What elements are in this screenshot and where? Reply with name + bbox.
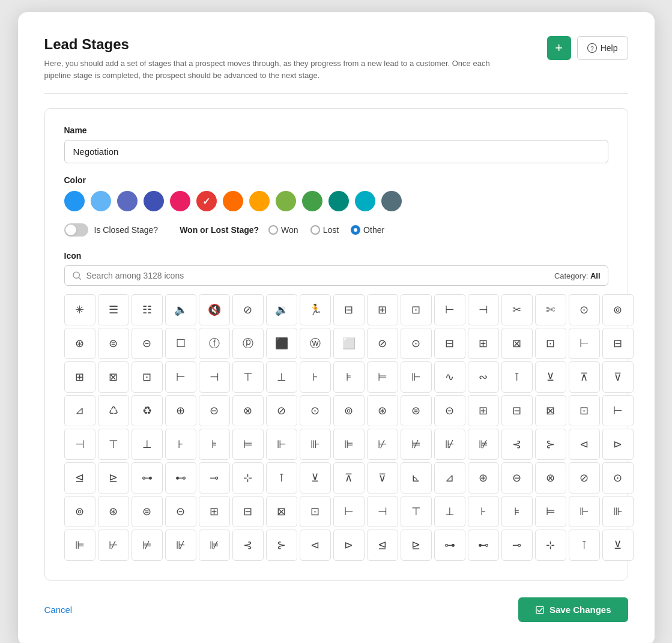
icon-cell[interactable]: ⊴ (64, 462, 95, 494)
icon-cell[interactable]: ⊻ (535, 361, 566, 393)
icon-cell[interactable]: ⊜ (401, 395, 432, 426)
icon-cell[interactable]: ⬜ (333, 328, 365, 359)
color-swatch-orange[interactable] (223, 191, 243, 211)
icon-cell[interactable]: ⊘ (569, 462, 600, 494)
icon-cell[interactable]: ⊼ (333, 462, 365, 494)
name-input[interactable] (64, 140, 608, 163)
icon-cell[interactable]: ⊛ (98, 496, 129, 527)
icon-cell[interactable]: ⊡ (132, 361, 163, 393)
icon-cell[interactable]: ⊚ (333, 395, 365, 426)
color-swatch-dark-indigo[interactable] (144, 191, 164, 211)
icon-cell[interactable]: ⊱ (266, 530, 297, 561)
help-button[interactable]: ? Help (577, 36, 628, 60)
icon-cell[interactable]: ⊩ (569, 496, 600, 527)
icon-cell[interactable]: ☐ (165, 328, 196, 359)
icon-cell[interactable]: ⊥ (434, 496, 465, 527)
icon-cell[interactable]: ⊕ (468, 462, 499, 494)
icon-cell[interactable]: ⊞ (468, 395, 499, 426)
icon-cell[interactable]: ⊖ (199, 395, 230, 426)
icon-cell[interactable]: ⊰ (501, 429, 533, 460)
icon-cell[interactable]: 🏃 (300, 294, 331, 325)
icon-cell[interactable]: ⊷ (468, 530, 499, 561)
icon-cell[interactable]: ⊺ (266, 462, 297, 494)
icon-cell[interactable]: ⊢ (165, 361, 196, 393)
radio-lost[interactable]: Lost (310, 225, 339, 235)
icon-cell[interactable]: ⊛ (64, 328, 95, 359)
icon-cell[interactable]: ⊴ (367, 530, 398, 561)
icon-cell[interactable]: ⊥ (266, 361, 297, 393)
icon-cell[interactable]: ⊞ (468, 328, 499, 359)
icon-cell[interactable]: ⊡ (300, 496, 331, 527)
icon-cell[interactable]: ⓦ (300, 328, 331, 359)
icon-cell[interactable]: ⊬ (98, 530, 129, 561)
color-swatch-teal[interactable] (328, 191, 349, 211)
icon-cell[interactable]: ⊱ (535, 429, 566, 460)
icon-cell[interactable]: ⊠ (98, 361, 129, 393)
icon-cell[interactable]: ✳ (64, 294, 95, 325)
icon-cell[interactable]: ⊡ (535, 328, 566, 359)
icon-cell[interactable]: ⊘ (367, 328, 398, 359)
color-swatch-blue[interactable] (64, 191, 85, 211)
icon-cell[interactable]: ⊘ (232, 294, 264, 325)
icon-cell[interactable]: ⊣ (64, 429, 95, 460)
radio-won[interactable]: Won (268, 225, 298, 235)
icon-cell[interactable]: ⊹ (535, 530, 566, 561)
icon-cell[interactable]: ⊲ (569, 429, 600, 460)
icon-cell[interactable]: ⊵ (98, 462, 129, 494)
icon-cell[interactable]: ⊙ (569, 294, 600, 325)
icon-cell[interactable]: ⊳ (333, 530, 365, 561)
color-swatch-pink[interactable] (170, 191, 190, 211)
icon-cell[interactable]: 🔈 (165, 294, 196, 325)
icon-cell[interactable]: ⊠ (535, 395, 566, 426)
icon-cell[interactable]: ⊞ (199, 496, 230, 527)
icon-cell[interactable]: ⊣ (367, 496, 398, 527)
icon-cell[interactable]: ⊞ (64, 361, 95, 393)
icon-cell[interactable]: ⊵ (401, 530, 432, 561)
icon-cell[interactable]: ⊜ (98, 328, 129, 359)
icon-cell[interactable]: ⊪ (300, 429, 331, 460)
icon-cell[interactable]: ✂ (501, 294, 533, 325)
icon-cell[interactable]: ⊬ (367, 429, 398, 460)
icon-cell[interactable]: ⊾ (401, 462, 432, 494)
icon-cell[interactable]: ⊳ (602, 429, 634, 460)
icon-cell[interactable]: ⊧ (333, 361, 365, 393)
icon-cell[interactable]: ⊢ (333, 496, 365, 527)
icon-cell[interactable]: ⊧ (501, 496, 533, 527)
icon-cell[interactable]: ⊘ (266, 395, 297, 426)
color-swatch-indigo[interactable] (117, 191, 138, 211)
icon-cell[interactable]: ⊧ (199, 429, 230, 460)
icon-cell[interactable]: 🔇 (199, 294, 230, 325)
icon-cell[interactable]: ⊺ (569, 530, 600, 561)
icon-cell[interactable]: ⊶ (434, 530, 465, 561)
color-swatch-light-blue[interactable] (91, 191, 111, 211)
icon-cell[interactable]: ⊞ (367, 294, 398, 325)
icon-cell[interactable]: ⊿ (64, 395, 95, 426)
icon-cell[interactable]: ⊝ (434, 395, 465, 426)
icon-cell[interactable]: ⊢ (569, 328, 600, 359)
icon-cell[interactable]: ⊹ (232, 462, 264, 494)
icon-search-input[interactable] (86, 271, 549, 280)
icon-cell[interactable]: ⊕ (165, 395, 196, 426)
color-swatch-green[interactable] (302, 191, 322, 211)
icon-cell[interactable]: ⓟ (232, 328, 264, 359)
icon-cell[interactable]: ⊛ (367, 395, 398, 426)
icon-cell[interactable]: ⊢ (602, 395, 634, 426)
icon-cell[interactable]: ⊟ (232, 496, 264, 527)
icon-cell[interactable]: ☰ (98, 294, 129, 325)
icon-cell[interactable]: ⊯ (468, 429, 499, 460)
icon-cell[interactable]: ⊚ (64, 496, 95, 527)
icon-cell[interactable]: ⊤ (98, 429, 129, 460)
icon-cell[interactable]: ⊶ (132, 462, 163, 494)
icon-cell[interactable]: ⊤ (401, 496, 432, 527)
color-swatch-cyan[interactable] (355, 191, 375, 211)
icon-cell[interactable]: ⊭ (132, 530, 163, 561)
icon-cell[interactable]: ⊡ (569, 395, 600, 426)
icon-cell[interactable]: ⊙ (300, 395, 331, 426)
icon-cell[interactable]: ⊯ (199, 530, 230, 561)
icon-cell[interactable]: ⊭ (401, 429, 432, 460)
icon-cell[interactable]: ⊡ (401, 294, 432, 325)
icon-cell[interactable]: ⊠ (501, 328, 533, 359)
icon-cell[interactable]: ⊫ (333, 429, 365, 460)
icon-cell[interactable]: ✄ (535, 294, 566, 325)
icon-cell[interactable]: ⊩ (266, 429, 297, 460)
